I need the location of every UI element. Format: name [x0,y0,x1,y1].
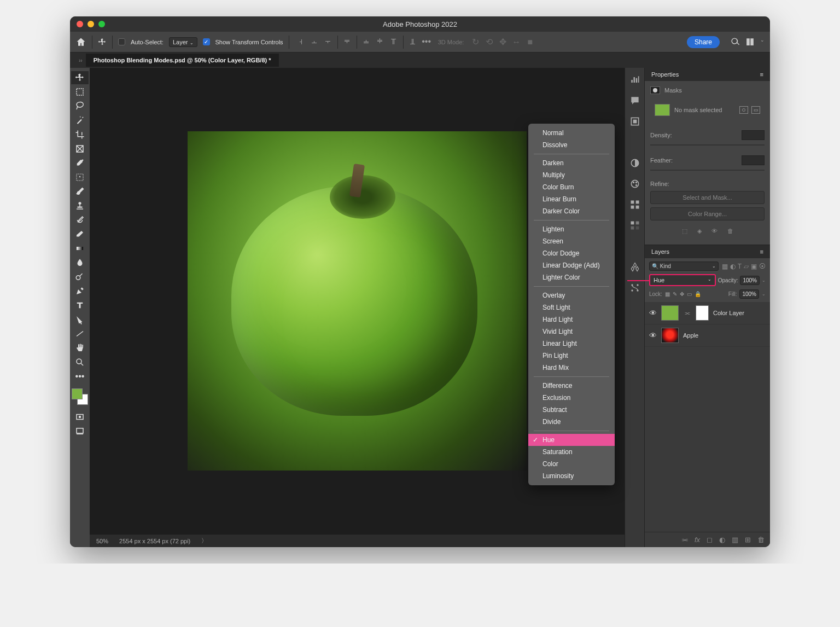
auto-select-checkbox[interactable] [118,38,125,45]
lasso-tool[interactable] [71,100,89,113]
frame-tool[interactable] [71,142,89,155]
layer-filter-dropdown[interactable]: 🔍 Kind⌄ [649,262,719,271]
swatches-icon[interactable] [629,199,640,210]
blend-mode-dropdown[interactable]: Hue⌄ [649,274,716,286]
blend-item-linear-burn[interactable]: Linear Burn [528,193,615,205]
home-icon[interactable] [75,37,86,48]
link-layers-icon[interactable]: ⫘ [681,536,688,544]
blend-item-soft-light[interactable]: Soft Light [528,301,615,314]
blur-tool[interactable] [71,256,89,269]
blend-item-multiply[interactable]: Multiply [528,169,615,181]
workspace-chevron-icon[interactable]: ⌄ [760,37,765,47]
healing-tool[interactable] [71,171,89,184]
filter-smart-icon[interactable]: ▣ [751,263,757,270]
blend-item-hard-light[interactable]: Hard Light [528,314,615,326]
align-center-h-icon[interactable]: ⫠ [308,36,320,48]
layer-name[interactable]: Color Layer [713,310,744,316]
minimize-window-button[interactable] [88,21,94,27]
layer-style-icon[interactable]: fx [695,536,700,544]
fill-input[interactable]: 100% [739,289,759,299]
filter-shape-icon[interactable]: ▱ [744,263,749,270]
filter-image-icon[interactable]: ▦ [722,263,728,270]
blend-item-hard-mix[interactable]: Hard Mix [528,362,615,374]
lock-artboard-icon[interactable]: ▭ [687,291,692,297]
blend-item-color-burn[interactable]: Color Burn [528,181,615,193]
dodge-tool[interactable] [71,270,89,283]
expand-panels-icon[interactable]: ›› [75,57,86,63]
layer-item-apple[interactable]: 👁 Apple [645,324,770,347]
filter-adjustment-icon[interactable]: ◐ [730,263,736,270]
lock-position-icon[interactable]: ✥ [680,291,684,297]
blend-item-difference[interactable]: Difference [528,380,615,392]
adjustment-layer-icon[interactable]: ◐ [719,536,725,544]
comments-icon[interactable] [629,95,640,106]
invert-mask-icon[interactable]: ◈ [697,228,702,235]
blend-item-darken[interactable]: Darken [528,157,615,169]
gradients-icon[interactable] [629,220,640,231]
mask-thumbnail[interactable] [655,104,670,116]
layer-name[interactable]: Apple [683,332,698,339]
trash-mask-icon[interactable]: 🗑 [727,228,733,235]
blend-item-lighter-color[interactable]: Lighter Color [528,271,615,283]
screen-mode-tool[interactable] [71,425,89,438]
new-layer-icon[interactable]: ⊞ [745,536,751,544]
color-range-button[interactable]: Color Range... [650,207,765,220]
eraser-tool[interactable] [71,228,89,241]
close-window-button[interactable] [77,21,83,27]
blend-item-vivid-light[interactable]: Vivid Light [528,326,615,338]
select-and-mask-button[interactable]: Select and Mask... [650,191,765,204]
marquee-tool[interactable] [71,85,89,98]
properties-tab[interactable]: Properties≡ [645,68,770,81]
blend-item-linear-dodge-add-[interactable]: Linear Dodge (Add) [528,259,615,271]
move-tool-icon[interactable] [98,37,107,48]
visibility-toggle-icon[interactable]: 👁 [649,309,657,317]
more-tools[interactable]: ••• [71,370,89,383]
blend-item-saturation[interactable]: Saturation [528,446,615,458]
color-icon[interactable] [629,178,640,189]
filter-type-icon[interactable]: T [738,263,742,270]
blend-item-normal[interactable]: Normal [528,127,615,139]
color-swatches[interactable] [72,388,88,405]
blend-item-luminosity[interactable]: Luminosity [528,470,615,482]
group-layers-icon[interactable]: ▥ [732,536,738,544]
paths-icon[interactable] [629,282,640,293]
distribute-top-icon[interactable]: ⫨ [360,36,372,48]
brush-tool[interactable] [71,185,89,198]
shape-tool[interactable] [71,327,89,340]
adjustments-icon[interactable] [629,158,640,169]
distribute-center-v-icon[interactable]: ⫩ [374,36,386,48]
layer-mask-thumbnail[interactable] [696,305,709,321]
panel-menu-icon[interactable]: ≡ [760,248,763,255]
blend-item-darker-color[interactable]: Darker Color [528,205,615,217]
document-canvas[interactable] [188,131,527,471]
link-mask-icon[interactable]: ⫘ [684,310,690,316]
search-icon[interactable] [731,37,740,47]
move-tool[interactable] [71,71,89,84]
zoom-tool[interactable] [71,356,89,369]
magic-wand-tool[interactable] [71,114,89,127]
blend-item-dissolve[interactable]: Dissolve [528,139,615,151]
blend-item-hue[interactable]: Hue [528,434,615,446]
distribute-spacing-icon[interactable]: ⫫ [407,36,419,48]
maximize-window-button[interactable] [98,21,105,27]
libraries-icon[interactable] [629,116,640,127]
blend-item-overlay[interactable]: Overlay [528,289,615,301]
quick-mask-tool[interactable] [71,410,89,423]
share-button[interactable]: Share [687,36,720,48]
blend-item-divide[interactable]: Divide [528,416,615,428]
auto-select-dropdown[interactable]: Layer ⌄ [169,37,197,47]
document-tab[interactable]: Photoshop Blending Modes.psd @ 50% (Colo… [86,54,279,67]
hand-tool[interactable] [71,341,89,355]
crop-tool[interactable] [71,128,89,141]
layers-tab[interactable]: Layers≡ [645,245,770,258]
blend-item-subtract[interactable]: Subtract [528,404,615,416]
blend-item-pin-light[interactable]: Pin Light [528,350,615,362]
filter-toggle-icon[interactable]: ⦿ [759,263,766,270]
histogram-icon[interactable] [629,74,640,85]
workspace-icon[interactable] [745,37,755,47]
add-mask-icon[interactable]: ◻ [707,536,713,544]
patterns-icon[interactable] [629,262,640,272]
align-right-icon[interactable]: ⫟ [322,36,334,48]
blend-item-color-dodge[interactable]: Color Dodge [528,247,615,259]
lock-transparency-icon[interactable]: ▦ [665,291,670,297]
